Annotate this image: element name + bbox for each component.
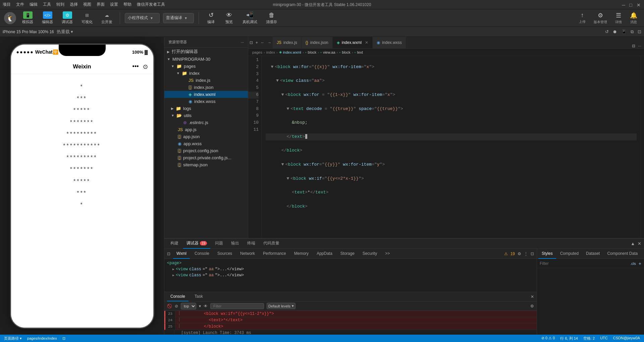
console-eye-icon[interactable]: 👁	[204, 304, 208, 308]
realmode-button[interactable]: 📲 真机调试	[240, 10, 260, 26]
index-js-file[interactable]: JS index.js	[164, 77, 248, 84]
devtools-more-icon[interactable]: ⋮	[524, 251, 528, 256]
console-context-select[interactable]: top	[181, 303, 196, 309]
devtools-tab-console[interactable]: Console	[191, 249, 213, 259]
menu-item-file[interactable]: 文件	[16, 2, 24, 7]
compile-selector[interactable]: 普通编译	[163, 13, 194, 23]
wxml-view-1[interactable]: ▶ <view class =" aa ">...</view>	[167, 266, 534, 272]
status-path-label[interactable]: 页面路径 ▾	[4, 336, 22, 341]
mode-selector[interactable]: 小程序模式	[125, 13, 160, 23]
index-wxml-file[interactable]: ◈ index.wxml	[164, 91, 248, 98]
add-style-icon[interactable]: +	[639, 261, 641, 266]
menu-item-help[interactable]: 帮助	[123, 2, 131, 7]
devtools-settings-icon[interactable]: ⚙	[518, 251, 521, 256]
fold-arrow-2[interactable]: ▼	[276, 78, 279, 83]
tab-bookmark-icon[interactable]: ⌖	[254, 37, 259, 48]
breadcrumb-text[interactable]: text	[357, 50, 363, 54]
more-tabs-icon[interactable]: ···	[638, 44, 641, 48]
styles-tab-component[interactable]: Component Data	[604, 249, 641, 259]
tab-nav-icon[interactable]: ⊡	[248, 37, 254, 48]
panel-close-icon[interactable]: ✕	[638, 241, 641, 246]
devtools-tab-performance[interactable]: Performance	[260, 249, 289, 259]
cls-badge[interactable]: .cls	[630, 262, 636, 266]
maximize-button[interactable]: □	[629, 2, 634, 7]
console-settings-icon[interactable]: ⚙	[530, 304, 534, 308]
preview-button[interactable]: 👁 预览	[222, 10, 236, 26]
devtools-panel-icon[interactable]: ⊡	[531, 251, 534, 256]
menu-item-tools[interactable]: 工具	[43, 2, 51, 7]
project-root[interactable]: ▼ MINIPROGRAM-30	[164, 56, 248, 63]
console-tab-console[interactable]: Console	[167, 292, 189, 301]
styles-tab-computed[interactable]: Computed	[557, 249, 582, 259]
devtools-tab-wxml[interactable]: Wxml	[173, 249, 190, 259]
visualize-button[interactable]: ⊞ 可视化	[79, 10, 95, 26]
wxml-page[interactable]: <page>	[167, 260, 534, 266]
panel-tab-output[interactable]: 输出	[228, 239, 243, 249]
menu-item-goto[interactable]: 转到	[56, 2, 64, 7]
utils-folder[interactable]: ▼ 📂 utils	[164, 112, 248, 119]
devtools-tab-network[interactable]: Network	[237, 249, 258, 259]
pages-folder[interactable]: ▼ 📁 pages	[164, 63, 248, 70]
index-wxss-file[interactable]: ◉ index.wxss	[164, 98, 248, 105]
devtools-tab-memory[interactable]: Memory	[291, 249, 312, 259]
devtools-tab-appdata[interactable]: AppData	[313, 249, 336, 259]
fold-arrow-1[interactable]: ▼	[271, 64, 274, 69]
project-config-file[interactable]: {} project.config.json	[164, 147, 248, 154]
panel-tab-terminal[interactable]: 终端	[244, 239, 259, 249]
menu-item-edit[interactable]: 编辑	[30, 2, 38, 7]
panel-tab-debugger[interactable]: 调试器 19	[183, 239, 210, 249]
eslint-file[interactable]: ⊛ .eslintrc.js	[164, 119, 248, 126]
devtools-tab-sources[interactable]: Sources	[214, 249, 235, 259]
menu-item-interface[interactable]: 界面	[97, 2, 105, 7]
breadcrumb-view-aa[interactable]: view.aa	[323, 50, 335, 54]
refresh-icon[interactable]: ↺	[605, 29, 609, 34]
record-icon[interactable]: ⏺	[613, 29, 617, 34]
sitemap-file[interactable]: {} sitemap.json	[164, 161, 248, 168]
fold-arrow-3[interactable]: ▼	[281, 92, 284, 97]
console-clear-icon[interactable]: 🚫	[167, 304, 172, 308]
tab-wxml-close[interactable]: ✕	[365, 40, 368, 45]
console-block-icon[interactable]: ⊘	[175, 304, 178, 308]
styles-filter-input[interactable]	[540, 261, 628, 266]
console-tab-task[interactable]: Task	[191, 292, 206, 301]
upload-button[interactable]: ↑ 上传	[576, 11, 588, 25]
console-levels-select[interactable]: Default levels ▾	[267, 303, 296, 309]
breadcrumb-block-1[interactable]: block	[308, 50, 317, 54]
split-editor-icon[interactable]: ⊟	[632, 44, 635, 48]
panel-tab-problems[interactable]: 问题	[212, 239, 226, 249]
phone-icon[interactable]: 📱	[621, 29, 627, 34]
debug-button[interactable]: ⚙ 调试器	[59, 10, 75, 26]
more-dots-icon[interactable]: •••	[132, 63, 139, 70]
app-js-file[interactable]: JS app.js	[164, 126, 248, 133]
menu-item-settings[interactable]: 设置	[110, 2, 118, 7]
file-explorer-more[interactable]: ···	[241, 40, 244, 44]
open-editors-section[interactable]: ▶ 打开的编辑器	[164, 48, 248, 56]
version-button[interactable]: ⚙ 版本管理	[591, 11, 610, 25]
tab-index-wxss[interactable]: ◉ index.wxss	[373, 37, 406, 48]
copy-icon[interactable]: ⧉	[631, 29, 634, 35]
fold-arrow-4[interactable]: ▼	[286, 106, 289, 111]
simulate-button[interactable]: 📱 模拟器	[19, 10, 36, 26]
devtools-tab-security[interactable]: Security	[359, 249, 380, 259]
fold-arrow-8[interactable]: ▼	[281, 162, 284, 167]
camera-icon[interactable]: ⊙	[143, 63, 148, 70]
app-json-file[interactable]: {} app.json	[164, 133, 248, 140]
breadcrumb-wxml[interactable]: index.wxml	[283, 50, 301, 54]
wxml-view-2[interactable]: ▶ <view class =" aa ">...</view>	[167, 272, 534, 278]
panel-collapse-icon[interactable]: ▲	[631, 241, 635, 246]
tab-forward-icon[interactable]: →	[266, 37, 273, 48]
styles-tab-dataset[interactable]: Dataset	[583, 249, 603, 259]
panel-tab-quality[interactable]: 代码质量	[260, 239, 283, 249]
styles-tab-styles[interactable]: Styles	[538, 249, 556, 259]
minimize-button[interactable]: ─	[622, 2, 627, 7]
breadcrumb-index[interactable]: index	[266, 50, 275, 54]
devtools-tab-storage[interactable]: Storage	[337, 249, 358, 259]
menu-item-view[interactable]: 视图	[83, 2, 91, 7]
message-button[interactable]: 🔔 消息	[627, 11, 640, 25]
detail-button[interactable]: ☰ 详情	[612, 11, 625, 25]
panel-tab-build[interactable]: 构建	[167, 239, 182, 249]
index-folder[interactable]: ▼ 📁 index	[164, 70, 248, 77]
tab-index-json[interactable]: {} index.json	[302, 37, 333, 48]
compile-button[interactable]: ↺ 编译	[204, 10, 218, 26]
editor-button[interactable]: </> 编辑器	[39, 10, 56, 26]
